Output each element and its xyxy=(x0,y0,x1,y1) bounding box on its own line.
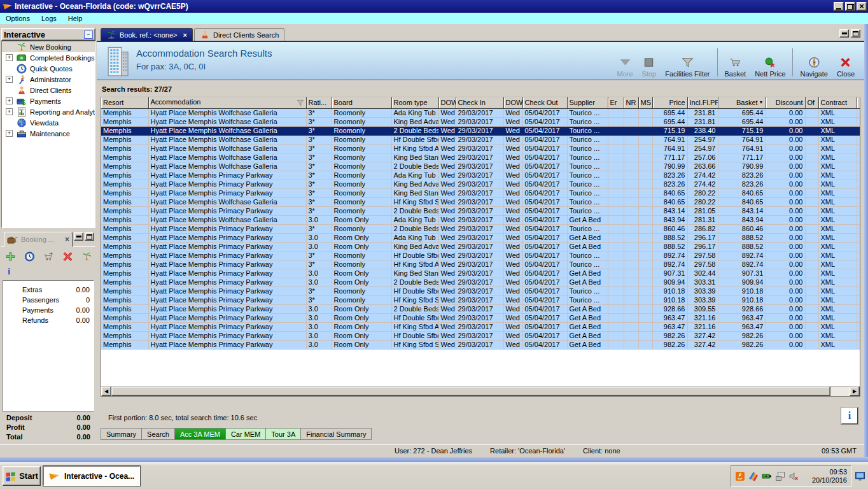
sidebar-item-viewdata[interactable]: Viewdata xyxy=(2,117,95,128)
scroll-left-icon[interactable]: ◀ xyxy=(101,386,111,396)
expand-icon[interactable]: + xyxy=(6,97,13,104)
expand-icon[interactable]: + xyxy=(6,76,13,83)
expand-icon[interactable]: + xyxy=(6,54,13,61)
column-header-basket[interactable]: Basket▼ xyxy=(718,97,766,108)
sidebar-item-payments[interactable]: +$Payments xyxy=(2,96,95,106)
scrollbar-thumb[interactable] xyxy=(111,386,830,396)
booking-maximize-button[interactable] xyxy=(85,232,94,241)
table-row[interactable]: MemphisHyatt Place Memphis Primacy Parkw… xyxy=(101,304,860,313)
tab-direct-clients-search[interactable]: Direct Clients Search xyxy=(194,28,284,41)
sidebar-collapse-button[interactable]: − xyxy=(84,31,93,39)
table-row[interactable]: MemphisHyatt Place Memphis Wolfchase Gal… xyxy=(101,153,860,162)
table-row[interactable]: MemphisHyatt Place Memphis Primacy Parkw… xyxy=(101,278,860,287)
tab-booking-ref[interactable]: Book. ref.: <none> × xyxy=(101,28,193,41)
table-row[interactable]: MemphisHyatt Place Memphis Wolfchase Gal… xyxy=(101,144,860,153)
booking-panel-tab[interactable]: Booking ... × xyxy=(4,232,73,247)
table-row[interactable]: MemphisHyatt Place Memphis Primacy Parkw… xyxy=(101,331,860,340)
table-row[interactable]: MemphisHyatt Place Memphis Primacy Parkw… xyxy=(101,206,860,215)
facilities-filter-button[interactable]: Facilities Filter xyxy=(661,47,714,78)
table-row[interactable]: MemphisHyatt Place Memphis Wolfchase Gal… xyxy=(101,215,860,224)
column-header-dow_in[interactable]: DOW xyxy=(438,97,456,108)
info-button[interactable]: i xyxy=(841,408,858,424)
table-row[interactable]: MemphisHyatt Place Memphis Wolfchase Gal… xyxy=(101,162,860,171)
antivirus-tray-icon[interactable] xyxy=(748,471,759,481)
table-row[interactable]: MemphisHyatt Place Memphis Primacy Parkw… xyxy=(101,295,860,304)
window-minimize-button[interactable] xyxy=(834,2,844,11)
bottom-tab-acc-3a-mem[interactable]: Acc 3A MEM xyxy=(175,428,226,440)
sidebar-item-quick-quotes[interactable]: Quick Quotes xyxy=(2,63,95,74)
booking-tab-close-icon[interactable]: × xyxy=(65,235,69,244)
navigate-button[interactable]: Navigate xyxy=(795,47,832,78)
start-button[interactable]: Start xyxy=(3,466,41,486)
expand-icon[interactable]: + xyxy=(6,108,13,115)
add-button[interactable] xyxy=(4,251,17,262)
column-header-board[interactable]: Board xyxy=(332,97,391,108)
scroll-right-icon[interactable]: ▶ xyxy=(850,386,860,396)
bottom-tab-search[interactable]: Search xyxy=(142,428,175,440)
panel-maximize-button[interactable] xyxy=(851,29,860,38)
sidebar-item-administrator[interactable]: +Administrator xyxy=(2,74,95,85)
column-header-contract[interactable]: Contract xyxy=(818,97,857,108)
column-header-resort[interactable]: Resort xyxy=(101,97,148,108)
column-header-accommodation[interactable]: Accommodation xyxy=(148,97,306,108)
grid-horizontal-scrollbar[interactable]: ◀ ▶ xyxy=(101,386,860,396)
refresh-button[interactable] xyxy=(23,251,36,262)
column-header-er[interactable]: Er xyxy=(608,97,624,108)
column-header-incl_fl_pp[interactable]: Incl.Fl.PP xyxy=(687,97,718,108)
volume-muted-tray-icon[interactable] xyxy=(788,471,799,481)
window-close-button[interactable]: × xyxy=(857,2,867,11)
bottom-tab-car-mem[interactable]: Car MEM xyxy=(226,428,266,440)
sidebar-item-reporting[interactable]: +Reporting and Analytics xyxy=(2,106,95,117)
sidebar-item-maintenance[interactable]: +Maintenance xyxy=(2,128,95,139)
column-header-supplier[interactable]: Supplier xyxy=(567,97,608,108)
basket-button[interactable]: Basket xyxy=(720,47,751,78)
table-row[interactable]: MemphisHyatt Place Memphis Primacy Parkw… xyxy=(101,340,860,349)
add-to-basket-button[interactable] xyxy=(42,251,55,262)
column-header-dow_out[interactable]: DOW xyxy=(503,97,522,108)
booking-minimize-button[interactable] xyxy=(74,232,83,241)
table-row[interactable]: MemphisHyatt Place Memphis Wolfchase Gal… xyxy=(101,135,860,144)
booking-info-icon[interactable]: i xyxy=(8,266,10,277)
column-header-ms[interactable]: MS xyxy=(638,97,652,108)
panel-minimize-button[interactable] xyxy=(839,29,849,38)
menu-help[interactable]: Help xyxy=(62,13,88,24)
table-row[interactable]: MemphisHyatt Place Memphis Primacy Parkw… xyxy=(101,251,860,260)
column-header-rating[interactable]: Rati... xyxy=(306,97,332,108)
filter-funnel-icon[interactable] xyxy=(297,99,304,108)
table-row[interactable]: MemphisHyatt Place Memphis Primacy Parkw… xyxy=(101,180,860,188)
table-row[interactable]: MemphisHyatt Place Memphis Primacy Parkw… xyxy=(101,313,860,322)
table-row[interactable]: MemphisHyatt Place Memphis Primacy Parkw… xyxy=(101,224,860,233)
java-tray-icon[interactable] xyxy=(735,471,745,481)
bottom-tab-tour-3a[interactable]: Tour 3A xyxy=(266,428,301,440)
taskbar-task-button[interactable]: Interactive - Ocea... xyxy=(43,466,140,486)
expand-icon[interactable]: + xyxy=(6,130,13,137)
table-row[interactable]: MemphisHyatt Place Memphis Wolfchase Gal… xyxy=(101,117,860,126)
column-header-check_out[interactable]: Check Out xyxy=(522,97,567,108)
network-adapter-tray-icon[interactable] xyxy=(762,471,772,481)
table-row[interactable]: MemphisHyatt Place Memphis Primacy Parkw… xyxy=(101,322,860,331)
table-row[interactable]: MemphisHyatt Place Memphis Primacy Parkw… xyxy=(101,269,860,278)
column-header-filler[interactable] xyxy=(857,97,860,108)
column-header-price[interactable]: Price xyxy=(652,97,687,108)
bottom-tab-financial-summary[interactable]: Financial Summary xyxy=(301,428,372,440)
menu-options[interactable]: Options xyxy=(0,13,36,24)
table-row[interactable]: MemphisHyatt Place Memphis Wolfchase Gal… xyxy=(101,197,860,206)
table-row[interactable]: MemphisHyatt Place Memphis Primacy Parkw… xyxy=(101,242,860,251)
table-row[interactable]: MemphisHyatt Place Memphis Primacy Parkw… xyxy=(101,188,860,197)
column-header-discount[interactable]: Discount xyxy=(766,97,805,108)
table-row[interactable]: MemphisHyatt Place Memphis Primacy Parkw… xyxy=(101,260,860,269)
column-header-nr[interactable]: NR xyxy=(624,97,638,108)
nett-price-button[interactable]: Nett Price xyxy=(750,47,790,78)
new-booking-button[interactable] xyxy=(80,251,93,262)
column-header-of[interactable]: Of xyxy=(805,97,818,108)
network-tray-icon[interactable] xyxy=(775,471,785,481)
column-header-check_in[interactable]: Check In xyxy=(456,97,503,108)
tab-close-icon[interactable]: × xyxy=(183,31,187,39)
sidebar-item-direct-clients[interactable]: Direct Clients xyxy=(2,85,95,96)
delete-button[interactable] xyxy=(61,251,74,262)
close-button[interactable]: Close xyxy=(832,47,859,78)
table-row[interactable]: MemphisHyatt Place Memphis Wolfchase Gal… xyxy=(101,108,860,117)
column-header-room_type[interactable]: Room type xyxy=(391,97,438,108)
window-restore-button[interactable] xyxy=(845,2,855,11)
table-row[interactable]: MemphisHyatt Place Memphis Primacy Parkw… xyxy=(101,287,860,295)
